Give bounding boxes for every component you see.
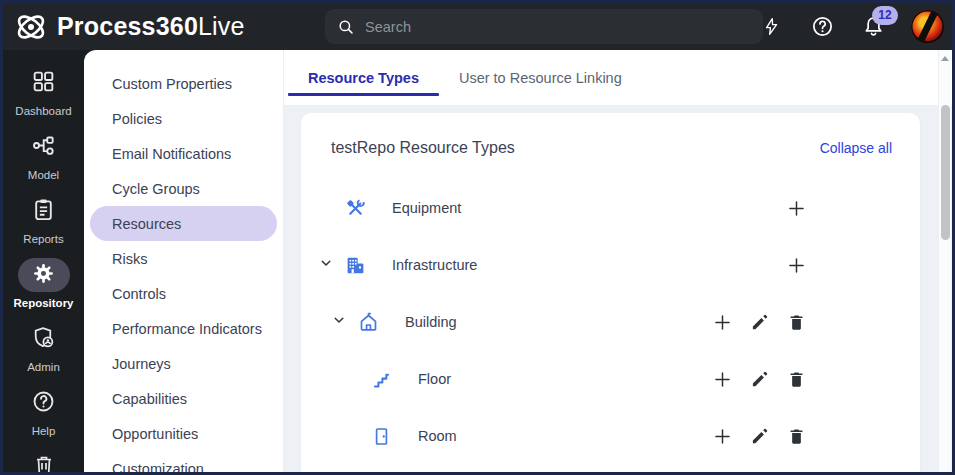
resource-type-tree: EquipmentInfrastructureBuildingFloorRoom [301,157,920,456]
rail-item-repository[interactable]: Repository [8,258,80,309]
app-window: Process360Live [0,0,955,475]
sidebar-item-customization[interactable]: Customization [90,451,277,475]
add-resource-type-button[interactable] [710,310,734,334]
reports-clipboard-icon [31,197,56,226]
card-header: testRepo Resource Types Collapse all [301,113,920,157]
sidebar-item-journeys[interactable]: Journeys [90,346,277,381]
tree-node-label: Infrastructure [392,257,477,273]
user-avatar[interactable] [911,10,944,43]
tree-node-label: Room [418,428,457,444]
floor-stairs-icon [371,369,392,390]
page-title: testRepo Resource Types [331,139,515,157]
add-resource-type-button[interactable] [784,253,808,277]
dashboard-grid-icon [31,69,56,98]
tree-row-infrastructure[interactable]: Infrastructure [301,245,920,285]
quick-actions-bolt-icon[interactable] [758,14,784,40]
app-title: Process360Live [57,12,245,41]
primary-nav-rail: DashboardModelReportsRepositoryAdminHelp [3,50,84,472]
sidebar-item-opportunities[interactable]: Opportunities [90,416,277,451]
tree-row-equipment[interactable]: Equipment [301,188,920,228]
sidebar-item-policies[interactable]: Policies [90,101,277,136]
tree-node-label: Building [405,314,457,330]
app-logo-atom-icon [13,9,49,45]
tree-row-floor[interactable]: Floor [301,359,920,399]
topbar-actions: 12 [758,3,944,50]
rail-item-label: Admin [27,361,60,373]
delete-resource-type-button[interactable] [784,367,808,391]
tree-node-label: Floor [418,371,451,387]
sidebar-item-performance-indicators[interactable]: Performance Indicators [90,311,277,346]
scrollbar-up-arrow[interactable] [939,53,951,63]
building-home-icon [358,312,379,333]
rail-item-label: Reports [23,233,63,245]
resource-types-card: testRepo Resource Types Collapse all Equ… [301,113,920,475]
help-circle-icon[interactable] [809,14,835,40]
model-network-icon [31,133,56,162]
rail-item-help[interactable]: Help [8,386,80,437]
rail-item-model[interactable]: Model [8,130,80,181]
rail-item-label: Help [32,425,56,437]
edit-resource-type-button[interactable] [747,367,771,391]
vertical-scrollbar [938,50,951,472]
sidebar-item-cycle-groups[interactable]: Cycle Groups [90,171,277,206]
tab-resource-types[interactable]: Resource Types [288,50,439,105]
help-circle-icon [31,389,56,418]
tab-bar: Resource TypesUser to Resource Linking [284,50,952,105]
search-icon [337,18,355,36]
rail-item-label: Dashboard [15,105,71,117]
global-search [325,9,763,44]
tree-node-label: Equipment [392,200,461,216]
rail-item-label: Model [28,169,59,181]
repository-gear-icon [32,262,55,289]
content-area: Resource TypesUser to Resource Linking t… [284,50,952,472]
sidebar-item-email-notifications[interactable]: Email Notifications [90,136,277,171]
sidebar-item-controls[interactable]: Controls [90,276,277,311]
trash-icon [32,453,56,475]
delete-resource-type-button[interactable] [784,424,808,448]
add-resource-type-button[interactable] [710,424,734,448]
tree-row-room[interactable]: Room [301,416,920,456]
edit-resource-type-button[interactable] [747,424,771,448]
main-area: DashboardModelReportsRepositoryAdminHelp… [3,50,952,472]
scrollbar-thumb[interactable] [941,105,950,240]
sidebar-item-capabilities[interactable]: Capabilities [90,381,277,416]
chevron-down-icon[interactable] [319,256,333,274]
admin-shield-user-icon [31,325,56,354]
add-resource-type-button[interactable] [784,196,808,220]
add-resource-type-button[interactable] [710,367,734,391]
sidebar-item-risks[interactable]: Risks [90,241,277,276]
rail-item-admin[interactable]: Admin [8,322,80,373]
chevron-down-icon[interactable] [332,313,346,331]
sidebar-item-resources[interactable]: Resources [90,206,277,241]
rail-item-reports[interactable]: Reports [8,194,80,245]
brand: Process360Live [3,9,245,45]
equipment-tools-icon [345,198,366,219]
rail-item-dashboard[interactable]: Dashboard [8,66,80,117]
rail-item-label: Repository [13,297,73,309]
edit-resource-type-button[interactable] [747,310,771,334]
tab-user-to-resource-linking[interactable]: User to Resource Linking [439,50,642,105]
delete-resource-type-button[interactable] [784,310,808,334]
notification-count-badge: 12 [872,6,898,25]
tree-row-building[interactable]: Building [301,302,920,342]
top-bar: Process360Live [3,3,952,50]
infrastructure-building-icon [345,255,366,276]
collapse-all-link[interactable]: Collapse all [820,140,892,156]
notifications-bell-icon[interactable]: 12 [860,14,886,40]
search-input[interactable] [365,19,751,35]
content-body: testRepo Resource Types Collapse all Equ… [284,105,952,472]
room-door-icon [371,426,392,447]
repository-sidebar: Custom PropertiesPoliciesEmail Notificat… [84,50,284,472]
rail-item-trash[interactable] [8,450,80,475]
sidebar-item-custom-properties[interactable]: Custom Properties [90,66,277,101]
